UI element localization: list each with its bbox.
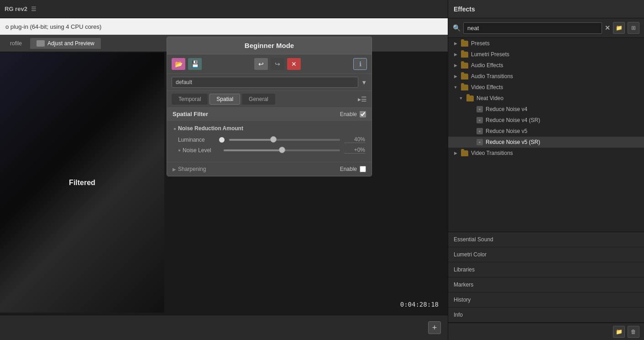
filter-btn-undo[interactable]: ↩ — [254, 58, 268, 70]
tab-profile-label: rofile — [10, 40, 22, 47]
audio-transitions-chevron-icon: ▶ — [453, 74, 458, 79]
noise-level-track[interactable] — [224, 149, 340, 151]
noise-reduction-title: Noise Reduction Amount — [178, 125, 243, 132]
luminance-dot-icon — [219, 137, 225, 143]
filter-tabs-row: Temporal Spatial General ▸☰ — [167, 91, 372, 108]
panel-lumetri-color[interactable]: Lumetri Color — [448, 247, 644, 262]
neat-video-label: Neat Video — [476, 95, 503, 101]
effects-folder-btn[interactable]: 📁 — [613, 22, 625, 34]
panel-libraries[interactable]: Libraries — [448, 262, 644, 277]
timecode: 0:04:28:18 — [400, 301, 439, 308]
filter-btn-open[interactable]: 📂 — [172, 58, 185, 70]
tab-temporal[interactable]: Temporal — [172, 94, 208, 105]
luminance-row: Luminance 40% — [173, 136, 365, 143]
tree-item-audio-effects[interactable]: ▶ Audio Effects — [448, 60, 644, 71]
plugin-info: o plug-in (64-bit; using 4 CPU cores) — [5, 23, 101, 30]
tree-item-reduce-noise-v5[interactable]: ▶ Reduce Noise v5 — [448, 126, 644, 137]
luminance-track[interactable] — [229, 139, 340, 141]
tab-adjust[interactable]: Adjust and Preview — [30, 38, 101, 49]
noise-level-value: +0% — [345, 147, 365, 154]
markers-label: Markers — [454, 282, 473, 288]
sharpening-header: ▶ Sharpening Enable — [173, 166, 366, 172]
presets-label: Presets — [471, 40, 490, 47]
rn-v4-effect-icon — [476, 106, 483, 112]
video-transitions-label: Video Transitions — [471, 150, 513, 156]
sharpening-section: ▶ Sharpening Enable — [167, 162, 372, 176]
filter-btn-reset[interactable]: ✕ — [287, 58, 301, 70]
filter-tab-menu-icon[interactable]: ▸☰ — [358, 96, 367, 103]
lumetri-presets-label: Lumetri Presets — [471, 51, 509, 58]
app-menu-icon[interactable]: ☰ — [31, 5, 37, 12]
panel-essential-sound[interactable]: Essential Sound — [448, 232, 644, 247]
effects-search-row: 🔍 ✕ 📁 ⊞ — [448, 18, 644, 38]
spatial-enable-checkbox[interactable] — [360, 111, 366, 117]
info-label: Info — [454, 312, 463, 318]
luminance-thumb[interactable] — [270, 136, 277, 143]
tab-profile[interactable]: rofile — [4, 38, 28, 49]
sharpening-enable-checkbox[interactable] — [360, 166, 366, 172]
sharpening-enable-row: Enable — [340, 166, 366, 172]
filter-btn-redo[interactable]: ↪ — [271, 58, 284, 70]
filter-btn-info[interactable]: ℹ — [353, 58, 367, 70]
sharpening-title: Sharpening — [178, 166, 206, 172]
plugin-bar: o plug-in (64-bit; using 4 CPU cores) — [0, 18, 448, 35]
spatial-filter-title: Spatial Filter — [173, 111, 208, 117]
preset-dropdown[interactable]: default — [172, 77, 358, 88]
tree-item-video-effects[interactable]: ▼ Video Effects — [448, 82, 644, 93]
tab-general[interactable]: General — [242, 94, 275, 105]
video-effects-chevron-icon: ▼ — [453, 85, 458, 90]
neat-video-folder-icon — [466, 96, 474, 101]
tree-item-reduce-noise-v5-sr[interactable]: ▶ Reduce Noise v5 (SR) — [448, 137, 644, 148]
neat-video-chevron-icon: ▼ — [458, 96, 464, 101]
search-clear-icon[interactable]: ✕ — [605, 24, 610, 32]
tab-adjust-icon — [37, 40, 45, 47]
tab-general-label: General — [249, 96, 268, 102]
rn-v5-sr-effect-icon — [476, 139, 483, 145]
effects-delete-btn[interactable]: 🗑 — [628, 326, 639, 338]
effects-bottom-toolbar: 📁 🗑 — [448, 323, 644, 340]
reduce-noise-v4-sr-label: Reduce Noise v4 (SR) — [486, 117, 540, 123]
preset-row: default ▼ — [167, 74, 372, 91]
tree-item-reduce-noise-v4[interactable]: ▶ Reduce Noise v4 — [448, 104, 644, 115]
tree-item-lumetri-presets[interactable]: ▶ Lumetri Presets — [448, 49, 644, 60]
tab-spatial[interactable]: Spatial — [209, 94, 240, 105]
effects-header: Effects — [448, 0, 644, 18]
effects-grid-btn[interactable]: ⊞ — [628, 22, 639, 34]
filter-toolbar: 📂 💾 ↩ ↪ ✕ ℹ — [167, 54, 372, 74]
app-title: RG rev2 — [5, 5, 27, 12]
dropdown-arrow-icon: ▼ — [361, 79, 367, 86]
filter-btn-save[interactable]: 💾 — [188, 58, 202, 70]
tree-item-video-transitions[interactable]: ▶ Video Transitions — [448, 148, 644, 159]
spatial-filter-header: Spatial Filter Enable — [167, 108, 372, 121]
filter-mode-title: Beginner Mode — [167, 37, 372, 54]
sharpening-title-row[interactable]: ▶ Sharpening — [173, 166, 206, 172]
history-label: History — [454, 297, 471, 303]
add-button[interactable]: + — [428, 321, 441, 334]
effects-search-input[interactable] — [463, 22, 602, 34]
tree-item-neat-video[interactable]: ▼ Neat Video — [448, 93, 644, 104]
luminance-fill — [229, 139, 273, 141]
rn-v4-sr-effect-icon — [476, 117, 483, 123]
sharpening-arrow-icon: ▶ — [173, 167, 176, 172]
effects-new-folder-btn[interactable]: 📁 — [613, 326, 625, 338]
noise-section: ● Noise Reduction Amount Luminance 40% ●… — [167, 121, 372, 162]
luminance-value: 40% — [345, 136, 365, 143]
tree-item-presets[interactable]: ▶ Presets — [448, 38, 644, 49]
panel-history[interactable]: History — [448, 292, 644, 308]
spatial-enable-row: Enable — [340, 111, 366, 117]
noise-level-thumb[interactable] — [279, 147, 285, 153]
spatial-enable-label: Enable — [340, 111, 357, 117]
panel-markers[interactable]: Markers — [448, 277, 644, 292]
tree-item-audio-transitions[interactable]: ▶ Audio Transitions — [448, 71, 644, 82]
search-icon: 🔍 — [453, 24, 461, 32]
lumetri-color-label: Lumetri Color — [454, 251, 487, 258]
rn-v5-effect-icon — [476, 128, 483, 134]
effects-bottom-panels: Essential Sound Lumetri Color Libraries … — [448, 232, 644, 323]
lumetri-presets-chevron-icon: ▶ — [453, 52, 458, 57]
tab-adjust-label: Adjust and Preview — [47, 40, 94, 47]
audio-effects-label: Audio Effects — [471, 62, 503, 69]
effects-title: Effects — [454, 5, 475, 13]
panel-info[interactable]: Info — [448, 308, 644, 323]
noise-level-bullet: ● — [178, 148, 181, 153]
tree-item-reduce-noise-v4-sr[interactable]: ▶ Reduce Noise v4 (SR) — [448, 115, 644, 126]
